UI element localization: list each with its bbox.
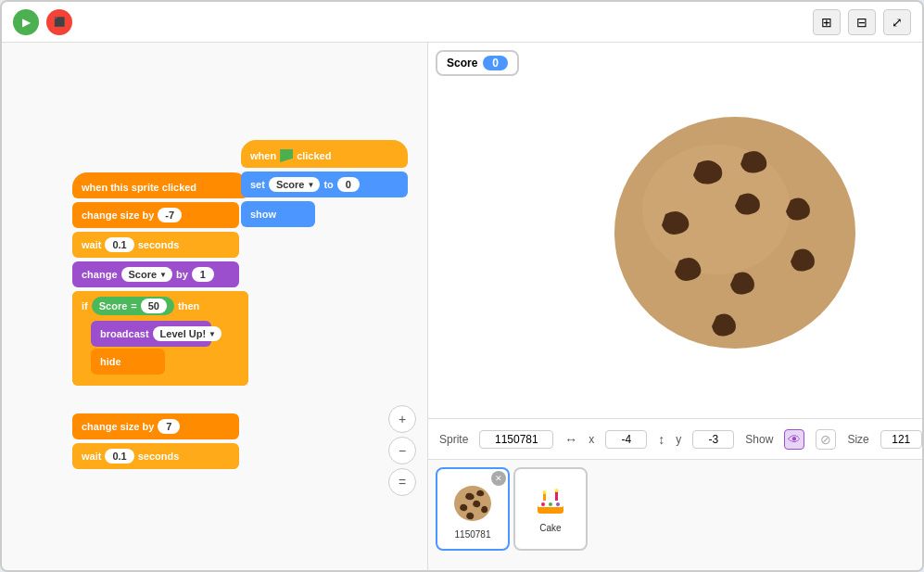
svg-point-13 (541, 502, 545, 506)
if-block-top[interactable]: if Score = 50 then (72, 291, 248, 321)
set-score-block[interactable]: set Score to 0 (241, 172, 408, 197)
svg-point-15 (556, 502, 560, 506)
if-block-outer: if Score = 50 then broadcast (72, 291, 248, 386)
size-label: Size (847, 433, 868, 446)
sprite-delete-cookie[interactable]: ✕ (491, 471, 506, 486)
change-size-value-2[interactable]: 7 (158, 419, 180, 434)
wait-block-1[interactable]: wait 0.1 seconds (72, 232, 239, 258)
if-value[interactable]: 50 (141, 299, 167, 313)
sprite-name-cookie: 1150781 (455, 529, 491, 540)
if-then-label: then (178, 300, 199, 311)
stop-button[interactable] (46, 9, 72, 35)
show-block[interactable]: show (241, 201, 315, 227)
sprite-thumbnail-cake (534, 486, 567, 519)
if-block-inner: broadcast Level Up! hide (91, 321, 248, 376)
toolbar-right: ⊞ ⊟ ⤢ (813, 9, 911, 35)
score-dropdown-1[interactable]: Score (121, 267, 173, 282)
size-input[interactable] (880, 430, 922, 449)
set-value[interactable]: 0 (337, 177, 360, 192)
sprites-list: ✕ 1150781 (428, 460, 922, 570)
when-sprite-clicked-label: when this sprite clicked (82, 182, 196, 193)
block-group-1: when this sprite clicked change size by … (72, 172, 248, 386)
change-size-label-2: change size by (82, 421, 154, 432)
change-size-value-1[interactable]: -7 (158, 208, 182, 222)
green-flag-button[interactable] (13, 9, 39, 35)
sprite-name-cake: Cake (539, 523, 561, 533)
fullscreen-button[interactable]: ⤢ (883, 9, 911, 35)
zoom-out-button[interactable]: − (388, 437, 416, 464)
hide-label: hide (100, 356, 121, 367)
sprite-item-cake[interactable]: Cake (513, 467, 588, 551)
when-sprite-clicked-block[interactable]: when this sprite clicked (72, 172, 248, 198)
show-label: show (250, 209, 276, 220)
code-area: when this sprite clicked change size by … (2, 43, 428, 570)
svg-point-14 (549, 502, 552, 506)
svg-point-9 (543, 490, 547, 494)
when-label: when (250, 150, 276, 161)
stage-container: Score 0 (428, 43, 922, 570)
sprites-area: ✕ 1150781 (428, 459, 922, 570)
show-label: Show (745, 433, 773, 446)
x-input[interactable] (605, 430, 647, 449)
arrows-xy-icon: ↔ (564, 432, 577, 447)
change-score-block[interactable]: change Score by 1 (72, 261, 239, 287)
set-label: set (250, 179, 265, 190)
hide-toggle-eye[interactable]: ⊘ (816, 429, 836, 450)
toolbar-controls (13, 9, 72, 35)
when-flag-clicked-block[interactable]: when clicked (241, 140, 408, 168)
blocks-canvas[interactable]: when this sprite clicked change size by … (2, 43, 427, 570)
clicked-label: clicked (297, 150, 331, 161)
sprite-name-input[interactable] (479, 430, 553, 449)
svg-rect-8 (555, 491, 558, 501)
sprite-label: Sprite (439, 433, 468, 446)
change-size-label-1: change size by (82, 210, 154, 221)
wait-value-2[interactable]: 0.1 (105, 449, 133, 464)
y-label: y (676, 433, 681, 446)
properties-bar: Sprite ↔ x ↕ y Show 👁 ⊘ Size Direction (428, 418, 922, 459)
if-label: if (82, 300, 88, 311)
block-group-3: change size by 7 wait 0.1 seconds (72, 413, 239, 471)
main-container: ⊞ ⊟ ⤢ when this sprite clicked change si… (0, 0, 924, 572)
change-size-block-2[interactable]: change size by 7 (72, 413, 239, 439)
broadcast-dropdown[interactable]: Level Up! (153, 326, 222, 341)
content-area: when this sprite clicked change size by … (2, 43, 922, 570)
x-label: x (589, 433, 594, 446)
if-block-bottom (72, 376, 248, 386)
layout-button-1[interactable]: ⊞ (813, 9, 841, 35)
svg-rect-7 (543, 493, 546, 501)
flag-icon (280, 149, 293, 162)
toolbar: ⊞ ⊟ ⤢ (2, 2, 922, 43)
sprite-item-cookie[interactable]: ✕ 1150781 (436, 467, 510, 551)
wait-value-1[interactable]: 0.1 (105, 237, 133, 252)
score-badge: Score 0 (436, 50, 519, 76)
if-eq: = (131, 300, 136, 311)
wait-block-2[interactable]: wait 0.1 seconds (72, 443, 239, 469)
show-toggle-eye[interactable]: 👁 (784, 429, 804, 450)
wait-label-2: wait (82, 451, 101, 462)
svg-point-10 (555, 489, 559, 492)
score-dropdown-2[interactable]: Score (269, 177, 321, 192)
sprite-thumbnail-cookie (449, 479, 496, 526)
hide-block[interactable]: hide (91, 349, 165, 375)
stage-canvas: Score 0 (428, 43, 922, 418)
change-by-value[interactable]: 1 (192, 267, 214, 282)
score-value: 0 (483, 56, 508, 70)
cookie-main (596, 80, 874, 379)
change-size-block-1[interactable]: change size by -7 (72, 202, 239, 228)
y-input[interactable] (692, 430, 734, 449)
by-label: by (176, 269, 188, 280)
seconds-label-1: seconds (138, 239, 180, 250)
seconds-label-2: seconds (138, 451, 180, 462)
block-group-2: when clicked set Score to 0 show (241, 140, 408, 229)
to-label: to (323, 179, 333, 190)
broadcast-block[interactable]: broadcast Level Up! (91, 321, 211, 347)
zoom-in-button[interactable]: + (388, 405, 416, 433)
broadcast-label: broadcast (100, 328, 149, 339)
zoom-reset-button[interactable]: = (388, 468, 416, 496)
wait-label-1: wait (82, 239, 101, 250)
change-label: change (82, 269, 118, 280)
if-var: Score (99, 300, 128, 311)
layout-button-2[interactable]: ⊟ (848, 9, 876, 35)
zoom-controls: + − = (388, 405, 416, 496)
score-label: Score (447, 57, 477, 70)
